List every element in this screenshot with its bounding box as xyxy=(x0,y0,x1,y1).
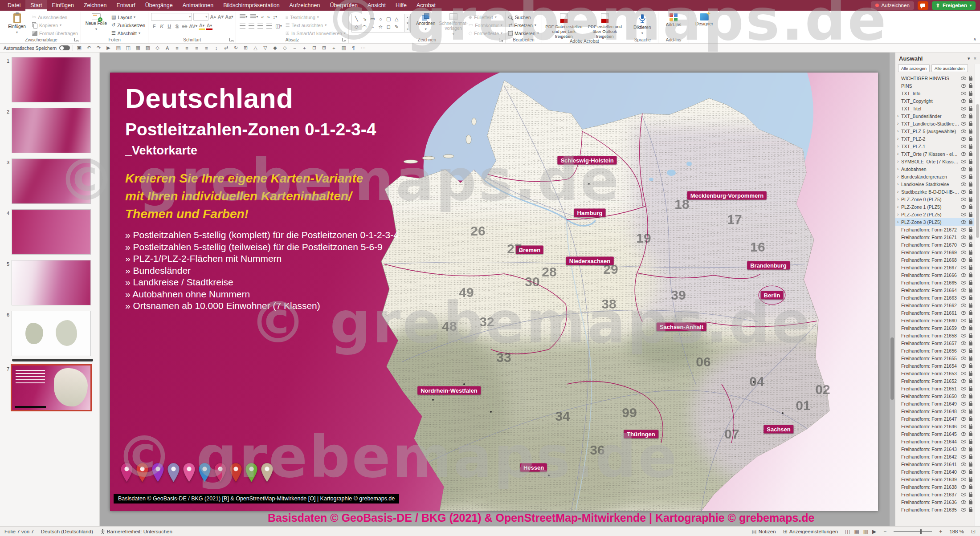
dialog-launcher-icon[interactable] xyxy=(229,38,233,42)
expand-chevron-icon[interactable]: › xyxy=(897,212,901,217)
text-highlight-button[interactable]: A▾ xyxy=(199,23,205,30)
lock-icon[interactable] xyxy=(969,433,972,436)
selection-item[interactable]: Freihandform: Form 21643 xyxy=(895,445,974,453)
visibility-eye-icon[interactable] xyxy=(961,304,966,307)
selection-item[interactable]: ›Landkreise-Stadtkreise xyxy=(895,180,974,188)
expand-chevron-icon[interactable]: › xyxy=(897,197,901,202)
fit-slide-icon[interactable]: ⊡ xyxy=(311,45,318,51)
zoom-slider[interactable] xyxy=(894,531,932,532)
paste-button[interactable]: Einfügen ▾ xyxy=(4,12,29,35)
lock-icon[interactable] xyxy=(969,236,972,240)
selection-item[interactable]: WICHTIGER HINWEIS xyxy=(895,74,974,82)
visibility-eye-icon[interactable] xyxy=(961,228,966,231)
visibility-eye-icon[interactable] xyxy=(961,402,966,406)
layout-button[interactable]: ▤Layout▾ xyxy=(111,14,145,20)
slide-thumbnail-4[interactable]: 4 xyxy=(0,207,99,257)
selection-item[interactable]: Freihandform: Form 21651 xyxy=(895,385,974,392)
visibility-eye-icon[interactable] xyxy=(961,425,966,428)
lock-icon[interactable] xyxy=(969,176,972,179)
lock-icon[interactable] xyxy=(969,418,972,421)
selection-item[interactable]: Freihandform: Form 21648 xyxy=(895,407,974,415)
swap-icon[interactable]: ⇄ xyxy=(223,45,229,51)
visibility-eye-icon[interactable] xyxy=(961,470,966,474)
dialog-launcher-icon[interactable] xyxy=(499,38,503,42)
bullet-list-button[interactable]: ▾ xyxy=(239,13,248,20)
selection-item[interactable]: Freihandform: Form 21652 xyxy=(895,377,974,385)
share-button[interactable]: ⇧ Freigeben ▾ xyxy=(932,1,976,10)
lock-icon[interactable] xyxy=(969,410,972,414)
selection-item[interactable]: Freihandform: Form 21671 xyxy=(895,233,974,241)
scroll-down-icon[interactable]: ▾ xyxy=(407,21,408,25)
zoom-out-button[interactable]: − xyxy=(883,528,886,535)
selection-item[interactable]: TXT_Titel xyxy=(895,105,974,112)
selection-item[interactable]: Freihandform: Form 21659 xyxy=(895,324,974,332)
lock-icon[interactable] xyxy=(969,350,972,353)
menu-tab-animationen[interactable]: Animationen xyxy=(178,0,219,11)
selection-item[interactable]: ›Autobahnen xyxy=(895,165,974,173)
visibility-eye-icon[interactable] xyxy=(961,251,966,254)
selection-item[interactable]: TXT_Copyright xyxy=(895,97,974,105)
selection-item[interactable]: Freihandform: Form 21645 xyxy=(895,430,974,438)
menu-tab-entwurf[interactable]: Entwurf xyxy=(111,0,140,11)
expand-chevron-icon[interactable]: › xyxy=(897,129,901,134)
selection-item[interactable]: Freihandform: Form 21656 xyxy=(895,347,974,354)
lock-icon[interactable] xyxy=(969,388,972,391)
visibility-eye-icon[interactable] xyxy=(961,394,966,398)
lock-icon[interactable] xyxy=(969,426,972,429)
visibility-eye-icon[interactable] xyxy=(961,92,966,95)
shapes-icon[interactable]: ◇ xyxy=(154,45,161,51)
freeform-icon[interactable]: ✎ xyxy=(393,23,400,31)
visibility-eye-icon[interactable] xyxy=(961,220,966,224)
lock-icon[interactable] xyxy=(969,395,972,398)
selection-item[interactable]: Freihandform: Form 21667 xyxy=(895,264,974,271)
visibility-eye-icon[interactable] xyxy=(961,266,966,269)
expand-chevron-icon[interactable]: › xyxy=(897,144,901,149)
guides-icon[interactable]: + xyxy=(331,45,337,51)
align-text-button[interactable]: ☰Text ausrichten▾ xyxy=(286,22,346,28)
expand-chevron-icon[interactable]: › xyxy=(897,159,901,164)
decrease-font-button[interactable]: A▾ xyxy=(217,13,224,20)
selection-item[interactable]: Freihandform: Form 21657 xyxy=(895,339,974,347)
lock-icon[interactable] xyxy=(969,357,972,361)
dialog-launcher-icon[interactable] xyxy=(342,38,346,42)
expand-chevron-icon[interactable]: › xyxy=(897,182,901,187)
lock-icon[interactable] xyxy=(969,380,972,383)
shape-outline-button[interactable]: ▭Formkontur▾ xyxy=(469,22,502,28)
lock-icon[interactable] xyxy=(969,85,972,88)
smartart-button[interactable]: ⊞In SmartArt konvertieren▾ xyxy=(286,30,346,37)
lock-icon[interactable] xyxy=(969,138,972,141)
curve-icon[interactable]: ~ xyxy=(369,23,376,31)
visibility-eye-icon[interactable] xyxy=(961,500,966,504)
shape-fill-button[interactable]: ◆Fülleffekt▾ xyxy=(469,14,502,20)
visibility-eye-icon[interactable] xyxy=(961,493,966,496)
lock-icon[interactable] xyxy=(969,463,972,467)
menu-tab-zeichnen[interactable]: Zeichnen xyxy=(79,0,111,11)
zoom-level[interactable]: 188 % xyxy=(949,529,964,534)
visibility-eye-icon[interactable] xyxy=(961,183,966,186)
visibility-eye-icon[interactable] xyxy=(961,296,966,300)
expand-chevron-icon[interactable]: › xyxy=(897,136,901,141)
selection-item[interactable]: ›TXT_Orte (7 Klassen - einzeln ... xyxy=(895,150,974,158)
visibility-eye-icon[interactable] xyxy=(961,508,966,512)
lock-icon[interactable] xyxy=(969,486,972,489)
visibility-eye-icon[interactable] xyxy=(961,432,966,436)
outline-color-icon[interactable]: ◇ xyxy=(282,45,288,51)
selection-item[interactable]: Freihandform: Form 21639 xyxy=(895,475,974,483)
lock-icon[interactable] xyxy=(969,335,972,338)
selection-item[interactable]: Freihandform: Form 21638 xyxy=(895,483,974,491)
selection-item[interactable]: ›SYMBOLE_Orte (7 Klassen - ei... xyxy=(895,158,974,165)
slide-thumbnail-1[interactable]: 1 xyxy=(0,54,99,105)
lock-icon[interactable] xyxy=(969,93,972,96)
text-box-icon[interactable]: A xyxy=(164,45,171,51)
selection-item[interactable]: ›TXT_PLZ-1 xyxy=(895,142,974,150)
hide-all-button[interactable]: Alle ausblenden xyxy=(931,64,968,72)
lock-icon[interactable] xyxy=(969,509,972,512)
lock-icon[interactable] xyxy=(969,214,972,217)
visibility-eye-icon[interactable] xyxy=(961,77,966,80)
language-button[interactable]: Deutsch (Deutschland) xyxy=(41,529,93,534)
arc-icon[interactable]: ◠ xyxy=(361,23,368,31)
paragraph-marks-icon[interactable]: ¶ xyxy=(350,45,357,51)
visibility-eye-icon[interactable] xyxy=(961,311,966,315)
visibility-eye-icon[interactable] xyxy=(961,357,966,360)
selection-item[interactable]: ›PLZ-Zone 0 (PLZ5) xyxy=(895,195,974,203)
